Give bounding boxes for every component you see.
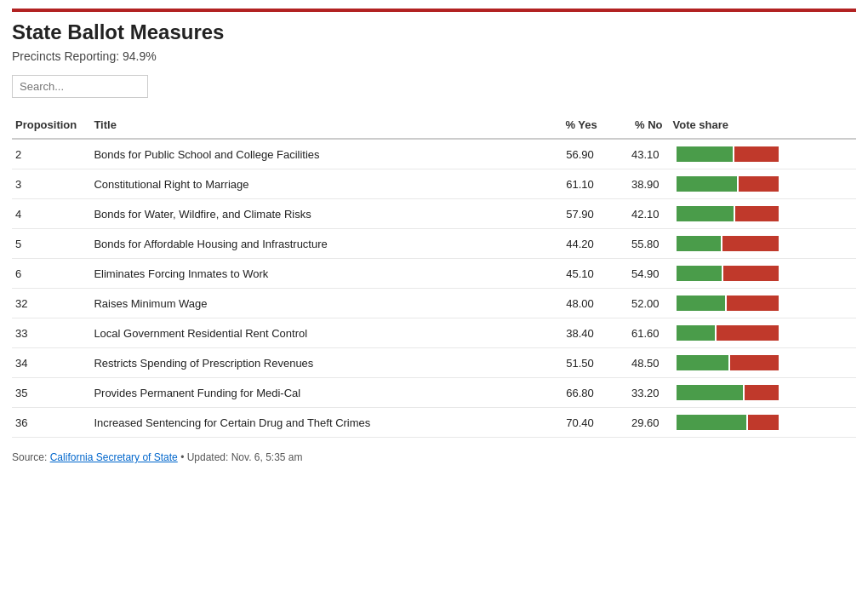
table-row: 4 Bonds for Water, Wildfire, and Climate… xyxy=(12,199,856,229)
col-vote-share: Vote share xyxy=(670,113,856,139)
bar-no xyxy=(739,176,778,192)
table-header-row: Proposition Title % Yes % No Vote share xyxy=(12,113,856,139)
pct-yes: 48.00 xyxy=(539,289,604,318)
pct-yes: 56.90 xyxy=(539,139,604,169)
search-wrapper xyxy=(12,75,856,98)
bar-no xyxy=(745,385,778,400)
pct-no: 42.10 xyxy=(604,199,670,229)
bar-no xyxy=(722,236,779,251)
prop-number: 33 xyxy=(12,318,90,348)
pct-no: 54.90 xyxy=(604,259,670,289)
vote-share-bar-cell xyxy=(670,318,856,348)
prop-title: Local Government Residential Rent Contro… xyxy=(90,318,539,348)
pct-yes: 61.10 xyxy=(539,169,604,199)
vote-share-bar xyxy=(677,415,779,430)
bar-no xyxy=(727,296,779,311)
pct-yes: 70.40 xyxy=(539,408,604,438)
bar-no xyxy=(723,266,779,281)
table-row: 5 Bonds for Affordable Housing and Infra… xyxy=(12,229,856,259)
vote-share-bar-cell xyxy=(670,408,856,438)
vote-share-bar-cell xyxy=(670,229,856,259)
vote-share-bar-cell xyxy=(670,199,856,229)
pct-no: 48.50 xyxy=(604,348,670,378)
pct-no: 52.00 xyxy=(604,289,670,318)
pct-yes: 66.80 xyxy=(539,378,604,408)
col-title: Title xyxy=(90,113,539,139)
bar-yes xyxy=(677,296,725,311)
prop-number: 32 xyxy=(12,289,90,318)
bar-no xyxy=(735,206,778,221)
pct-yes: 45.10 xyxy=(539,259,604,289)
table-row: 2 Bonds for Public School and College Fa… xyxy=(12,139,856,169)
vote-share-bar xyxy=(677,385,779,400)
col-proposition: Proposition xyxy=(12,113,90,139)
pct-no: 33.20 xyxy=(604,378,670,408)
bar-yes xyxy=(677,385,744,400)
bar-no xyxy=(717,325,779,341)
pct-no: 38.90 xyxy=(604,169,670,199)
prop-title: Bonds for Affordable Housing and Infrast… xyxy=(90,229,539,259)
vote-share-bar-cell xyxy=(670,169,856,199)
prop-title: Constitutional Right to Marriage xyxy=(90,169,539,199)
prop-number: 34 xyxy=(12,348,90,378)
bar-yes xyxy=(677,415,747,430)
pct-no: 55.80 xyxy=(604,229,670,259)
prop-title: Raises Minimum Wage xyxy=(90,289,539,318)
bar-yes xyxy=(677,266,722,281)
table-row: 36 Increased Sentencing for Certain Drug… xyxy=(12,408,856,438)
pct-yes: 38.40 xyxy=(539,318,604,348)
table-row: 3 Constitutional Right to Marriage 61.10… xyxy=(12,169,856,199)
subtitle: Precincts Reporting: 94.9% xyxy=(12,49,856,63)
col-pct-no: % No xyxy=(604,113,670,139)
prop-number: 3 xyxy=(12,169,90,199)
vote-share-bar-cell xyxy=(670,378,856,408)
vote-share-bar xyxy=(677,355,779,370)
prop-title: Restricts Spending of Prescription Reven… xyxy=(90,348,539,378)
pct-no: 61.60 xyxy=(604,318,670,348)
prop-title: Increased Sentencing for Certain Drug an… xyxy=(90,408,539,438)
pct-yes: 57.90 xyxy=(539,199,604,229)
vote-share-bar xyxy=(677,236,779,251)
bar-no xyxy=(730,355,779,370)
bar-yes xyxy=(677,236,721,251)
bar-yes xyxy=(677,355,728,370)
bar-yes xyxy=(677,325,715,341)
vote-share-bar-cell xyxy=(670,259,856,289)
pct-yes: 51.50 xyxy=(539,348,604,378)
vote-share-bar-cell xyxy=(670,348,856,378)
pct-no: 43.10 xyxy=(604,139,670,169)
prop-number: 35 xyxy=(12,378,90,408)
bar-yes xyxy=(677,146,734,162)
source-text: Source: xyxy=(12,451,50,463)
table-row: 6 Eliminates Forcing Inmates to Work 45.… xyxy=(12,259,856,289)
prop-number: 4 xyxy=(12,199,90,229)
bar-no xyxy=(734,146,778,162)
vote-share-bar xyxy=(677,176,779,192)
prop-title: Bonds for Water, Wildfire, and Climate R… xyxy=(90,199,539,229)
table-row: 32 Raises Minimum Wage 48.00 52.00 xyxy=(12,289,856,318)
table-row: 33 Local Government Residential Rent Con… xyxy=(12,318,856,348)
col-pct-yes: % Yes xyxy=(539,113,604,139)
source-link[interactable]: California Secretary of State xyxy=(50,451,178,463)
bar-yes xyxy=(677,176,738,192)
vote-share-bar xyxy=(677,146,779,162)
prop-title: Eliminates Forcing Inmates to Work xyxy=(90,259,539,289)
bar-no xyxy=(748,415,778,430)
prop-number: 2 xyxy=(12,139,90,169)
page-title: State Ballot Measures xyxy=(12,20,856,44)
search-input[interactable] xyxy=(12,75,148,98)
pct-yes: 44.20 xyxy=(539,229,604,259)
footer: Source: California Secretary of State • … xyxy=(12,451,856,463)
bar-yes xyxy=(677,206,734,221)
prop-title: Provides Permanent Funding for Medi-Cal xyxy=(90,378,539,408)
vote-share-bar-cell xyxy=(670,289,856,318)
vote-share-bar xyxy=(677,266,779,281)
top-bar xyxy=(12,9,856,12)
vote-share-bar xyxy=(677,296,779,311)
prop-title: Bonds for Public School and College Faci… xyxy=(90,139,539,169)
vote-share-bar-cell xyxy=(670,139,856,169)
table-row: 35 Provides Permanent Funding for Medi-C… xyxy=(12,378,856,408)
ballot-measures-table: Proposition Title % Yes % No Vote share … xyxy=(12,113,856,438)
prop-number: 5 xyxy=(12,229,90,259)
vote-share-bar xyxy=(677,206,779,221)
